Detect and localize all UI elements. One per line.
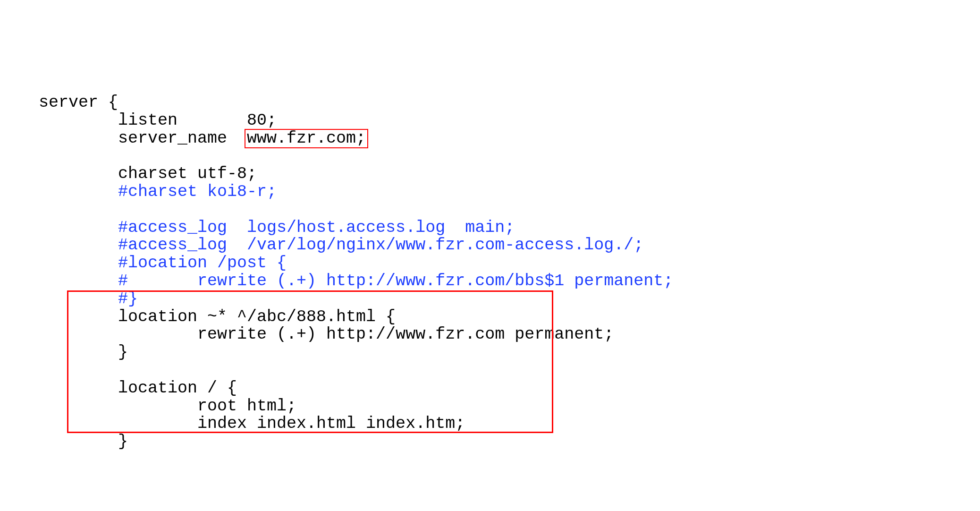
code-line: } (39, 432, 128, 451)
code-line: root html; (39, 397, 296, 416)
code-line: index index.html index.htm; (39, 414, 465, 433)
comment-line: #access_log /var/log/nginx/www.fzr.com-a… (39, 236, 643, 255)
comment-line: #access_log logs/host.access.log main; (39, 218, 515, 237)
code-line: charset utf-8; (39, 164, 257, 183)
code-block: server { listen 80; server_name www.fzr.… (39, 76, 980, 469)
comment-line: #charset koi8-r; (39, 182, 277, 201)
code-line: server { (39, 93, 118, 112)
highlight-box-servername: www.fzr.com; (245, 129, 368, 149)
code-line: } (39, 343, 128, 362)
code-line: rewrite (.+) http://www.fzr.com permanen… (39, 325, 614, 344)
code-line-part: server_name (39, 129, 247, 148)
code-line: location ~* ^/abc/888.html { (39, 307, 396, 326)
code-line: listen 80; (39, 111, 277, 130)
comment-line: #location /post { (39, 254, 287, 273)
comment-line: # rewrite (.+) http://www.fzr.com/bbs$1 … (39, 272, 673, 290)
comment-line: #} (39, 290, 138, 308)
code-line: location / { (39, 379, 237, 398)
server-name-value: www.fzr.com; (247, 129, 366, 148)
